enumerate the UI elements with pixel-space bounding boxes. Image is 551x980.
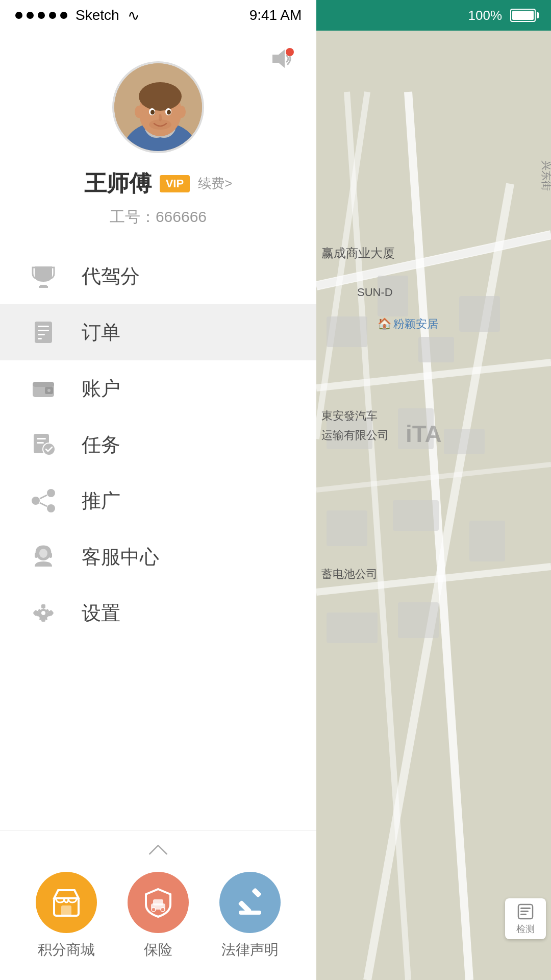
menu-item-tasks[interactable]: 任务 [0, 416, 316, 473]
menu-item-settings[interactable]: 设置 [0, 585, 316, 641]
svg-rect-34 [35, 553, 38, 558]
menu-label-score: 代驾分 [82, 263, 140, 289]
svg-rect-55 [239, 911, 261, 915]
vip-badge: VIP [160, 175, 190, 192]
map-ita-label: iTA [406, 420, 442, 448]
svg-rect-77 [393, 500, 439, 531]
menu-label-account: 账户 [82, 376, 120, 402]
notification-button[interactable] [265, 46, 296, 77]
avatar-image [114, 63, 202, 151]
svg-marker-0 [272, 50, 285, 68]
work-id-value: 666666 [156, 208, 207, 225]
chevron-up-button[interactable] [0, 831, 316, 862]
menu-item-service[interactable]: 客服中心 [0, 529, 316, 585]
map-label-building1: 赢成商业大厦 [321, 245, 395, 261]
menu-item-orders[interactable]: 订单 [0, 304, 316, 360]
map-label-battery: 蓄电池公司 [321, 567, 378, 582]
svg-rect-71 [418, 337, 454, 362]
svg-point-11 [167, 110, 171, 115]
status-bar-right: 100% [316, 0, 551, 31]
svg-rect-15 [38, 326, 49, 327]
svg-line-30 [40, 495, 47, 499]
menu-label-promote: 推广 [82, 488, 120, 514]
battery-percent: 100% [468, 8, 503, 23]
svg-rect-50 [153, 899, 163, 905]
wifi-icon: ∿ [128, 7, 139, 24]
svg-rect-16 [38, 330, 49, 331]
bottom-item-legal[interactable]: 法律声明 [219, 872, 281, 960]
svg-rect-75 [444, 429, 485, 454]
menu-item-promote[interactable]: 推广 [0, 473, 316, 529]
signal-dots [15, 12, 67, 19]
menu-label-settings: 设置 [82, 600, 120, 626]
svg-point-7 [178, 106, 186, 118]
status-bar: Sketch ∿ 9:41 AM 100% [0, 0, 551, 31]
map-detection-label: 检测 [516, 923, 535, 935]
svg-point-5 [139, 82, 182, 111]
svg-rect-84 [520, 914, 527, 915]
map-panel: 充值 [316, 31, 551, 980]
user-name-row: 王师傅 VIP 续费> [84, 168, 233, 199]
map-label-residence: 🏠粉颖安居 [378, 316, 438, 332]
svg-rect-40 [41, 618, 45, 622]
svg-rect-76 [327, 510, 367, 546]
map-detection-button[interactable]: 检测 [505, 898, 546, 939]
work-id: 工号：666666 [110, 207, 207, 228]
profile-section: 王师傅 VIP 续费> 工号：666666 [0, 31, 316, 248]
renew-link[interactable]: 续费> [198, 175, 232, 192]
svg-rect-48 [61, 905, 71, 916]
svg-point-27 [47, 489, 55, 497]
shop-label: 积分商城 [38, 940, 95, 960]
bottom-item-insurance[interactable]: 保险 [128, 872, 189, 960]
svg-point-12 [149, 119, 171, 130]
svg-rect-69 [327, 316, 367, 347]
bottom-section: 积分商城 保险 [0, 830, 316, 980]
menu-label-service: 客服中心 [82, 544, 159, 570]
svg-rect-53 [252, 888, 262, 898]
menu-item-account[interactable]: 账户 [0, 360, 316, 416]
svg-rect-18 [38, 338, 42, 339]
tasks-icon [26, 427, 61, 462]
svg-rect-79 [327, 612, 378, 643]
menu-list: 代驾分 订单 [0, 248, 316, 830]
settings-icon [26, 595, 61, 631]
svg-rect-80 [398, 602, 439, 638]
trophy-icon [26, 258, 61, 294]
menu-label-tasks: 任务 [82, 432, 120, 458]
svg-point-22 [47, 389, 51, 392]
battery-fill [512, 11, 534, 20]
insurance-circle [128, 872, 189, 933]
bottom-icon-row: 积分商城 保险 [0, 862, 316, 980]
svg-point-6 [135, 106, 143, 118]
orders-icon [26, 314, 61, 350]
svg-rect-20 [33, 382, 54, 387]
legal-label: 法律声明 [221, 940, 279, 960]
svg-point-52 [161, 908, 165, 912]
svg-rect-82 [520, 908, 531, 909]
svg-rect-25 [37, 438, 46, 439]
svg-rect-17 [38, 334, 45, 335]
drawer-panel: 王师傅 VIP 续费> 工号：666666 [0, 31, 316, 980]
svg-rect-83 [520, 911, 529, 912]
svg-point-10 [151, 110, 155, 115]
svg-point-28 [32, 497, 40, 505]
shop-circle [36, 872, 97, 933]
svg-rect-78 [469, 521, 505, 561]
service-icon [26, 539, 61, 575]
street-label: 兴东街 [539, 160, 552, 191]
svg-point-38 [41, 611, 45, 615]
svg-point-29 [47, 504, 55, 512]
notification-dot [286, 48, 294, 56]
time-display: 9:41 AM [244, 0, 307, 31]
svg-line-31 [40, 503, 47, 506]
bottom-item-shop[interactable]: 积分商城 [36, 872, 97, 960]
legal-circle [219, 872, 281, 933]
menu-item-score[interactable]: 代驾分 [0, 248, 316, 304]
svg-rect-39 [41, 604, 45, 608]
insurance-label: 保险 [144, 940, 172, 960]
avatar [112, 61, 204, 153]
battery-icon [510, 9, 536, 22]
svg-point-51 [152, 908, 156, 912]
share-icon [26, 483, 61, 519]
svg-rect-13 [40, 285, 47, 287]
